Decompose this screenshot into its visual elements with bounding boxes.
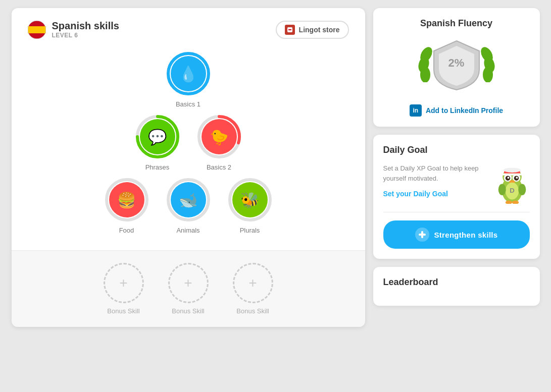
animals-label: Animals — [176, 227, 199, 234]
daily-goal-content: Set a Daily XP Goal to help keep yoursel… — [383, 163, 530, 204]
bonus-circle-1: + — [104, 263, 144, 303]
bonus-section: + Bonus Skill + Bonus Skill + Bonus Skil… — [12, 250, 365, 327]
leaves-left-icon — [416, 47, 436, 82]
bonus-label-2: Bonus Skill — [172, 307, 204, 315]
skill-circle-animals: 🐋 — [166, 177, 211, 222]
linkedin-icon: in — [410, 104, 422, 117]
basics2-icon: 🐤 — [202, 119, 237, 154]
fluency-title: Spanish Fluency — [420, 18, 492, 29]
daily-goal-card: Daily Goal Set a Daily XP Goal to help k… — [373, 135, 540, 259]
svg-rect-4 — [288, 29, 291, 30]
skill-plurals[interactable]: 🐝 Plurals — [227, 177, 273, 234]
page-title: Spanish skills — [52, 20, 119, 32]
skills-row-3: 🍔 Food 🐋 Animals — [104, 177, 273, 234]
divider — [383, 212, 530, 212]
left-panel: Spanish skills LEVEL 6 Lingot store — [12, 8, 365, 327]
leaderboard-card: Leaderboard — [373, 267, 540, 306]
skill-basics-2[interactable]: 🐤 Basics 2 — [196, 114, 242, 171]
skill-basics-1[interactable]: 💧 Basics 1 — [166, 51, 211, 108]
skills-row-1: 💧 Basics 1 — [166, 51, 211, 108]
animals-icon: 🐋 — [171, 182, 206, 217]
skill-animals[interactable]: 🐋 Animals — [166, 177, 211, 234]
daily-goal-title: Daily Goal — [383, 145, 530, 155]
skills-header: Spanish skills LEVEL 6 Lingot store — [28, 20, 349, 39]
linkedin-button[interactable]: in Add to LinkedIn Profile — [410, 104, 503, 117]
skills-grid: 💧 Basics 1 💬 Phrases — [28, 51, 349, 234]
skills-title-group: Spanish skills LEVEL 6 — [28, 20, 119, 39]
leaderboard-title: Leaderboard — [383, 277, 530, 288]
svg-point-36 — [518, 184, 526, 195]
owl-mascot-icon: D — [494, 163, 530, 204]
svg-point-17 — [420, 67, 430, 82]
bonus-skill-2[interactable]: + Bonus Skill — [168, 263, 209, 315]
bonus-label-3: Bonus Skill — [236, 307, 269, 315]
bonus-skill-3[interactable]: + Bonus Skill — [233, 263, 273, 315]
svg-point-35 — [498, 184, 506, 195]
shield-container: 2% — [424, 37, 489, 92]
phrases-icon: 💬 — [140, 119, 175, 154]
bonus-circle-2: + — [168, 263, 209, 303]
basics1-label: Basics 1 — [176, 100, 201, 108]
svg-rect-40 — [421, 231, 423, 238]
lingot-store-label: Lingot store — [299, 26, 340, 34]
skill-circle-basics-1: 💧 — [166, 51, 211, 96]
level-label: LEVEL 6 — [52, 32, 119, 39]
svg-point-30 — [507, 177, 509, 179]
strengthen-icon — [415, 228, 429, 242]
right-panel: Spanish Fluency 2% in Add to Lin — [373, 8, 540, 306]
basics2-label: Basics 2 — [207, 163, 231, 171]
svg-rect-1 — [28, 26, 46, 33]
plurals-label: Plurals — [240, 227, 260, 234]
skills-section: Spanish skills LEVEL 6 Lingot store — [12, 8, 365, 250]
strengthen-skills-button[interactable]: Strengthen skills — [383, 220, 530, 249]
skill-phrases[interactable]: 💬 Phrases — [135, 114, 180, 171]
phrases-label: Phrases — [145, 163, 170, 171]
bonus-circle-3: + — [233, 263, 273, 303]
linkedin-label: Add to LinkedIn Profile — [426, 106, 503, 115]
title-text: Spanish skills LEVEL 6 — [52, 20, 119, 39]
bonus-skill-1[interactable]: + Bonus Skill — [104, 263, 144, 315]
svg-text:D: D — [510, 187, 515, 194]
daily-goal-text: Set a Daily XP Goal to help keep yoursel… — [383, 163, 488, 204]
svg-point-31 — [516, 177, 518, 179]
svg-point-20 — [483, 67, 493, 82]
food-icon: 🍔 — [109, 182, 144, 217]
bonus-row: + Bonus Skill + Bonus Skill + Bonus Skil… — [28, 263, 349, 315]
spain-flag-icon — [28, 21, 46, 39]
leaves-right-icon — [477, 47, 497, 82]
fluency-percent: 2% — [448, 57, 465, 70]
skill-circle-plurals: 🐝 — [227, 177, 273, 222]
skill-circle-basics2: 🐤 — [196, 114, 242, 159]
skill-circle-food: 🍔 — [104, 177, 149, 222]
daily-goal-description: Set a Daily XP Goal to help keep yoursel… — [383, 163, 488, 183]
plurals-icon: 🐝 — [232, 182, 268, 217]
fluency-card: Spanish Fluency 2% in Add to Lin — [373, 8, 540, 127]
skills-row-2: 💬 Phrases 🐤 Basics 2 — [135, 114, 242, 171]
skill-circle-phrases: 💬 — [135, 114, 180, 159]
svg-point-24 — [504, 167, 521, 172]
skill-food[interactable]: 🍔 Food — [104, 177, 149, 234]
bonus-label-1: Bonus Skill — [107, 307, 139, 315]
food-label: Food — [119, 227, 134, 234]
lingot-icon — [285, 25, 295, 35]
basics1-icon: 💧 — [171, 56, 206, 91]
set-goal-link[interactable]: Set your Daily Goal — [383, 190, 448, 198]
lingot-store-button[interactable]: Lingot store — [276, 21, 349, 39]
strengthen-button-label: Strengthen skills — [434, 231, 498, 239]
